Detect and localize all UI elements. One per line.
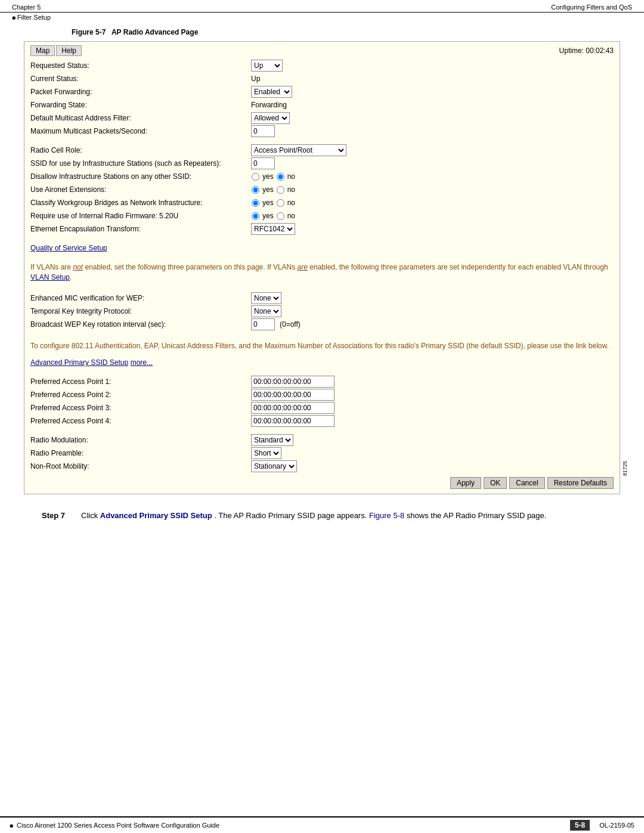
pref-ap4-row: Preferred Access Point 4:: [30, 415, 614, 427]
radio-modulation-label: Radio Modulation:: [30, 436, 251, 444]
requested-status-row: Requested Status: Up Down: [30, 60, 614, 72]
default-multicast-row: Default Multicast Address Filter: Allowe…: [30, 112, 614, 124]
use-aironet-no-label: no: [287, 185, 295, 194]
disallow-infra-yes-radio[interactable]: [252, 173, 259, 181]
restore-defaults-button[interactable]: Restore Defaults: [547, 477, 614, 489]
pref-ap2-label: Preferred Access Point 2:: [30, 391, 251, 399]
adv-primary-ssid-link[interactable]: Advanced Primary SSID Setup: [30, 358, 128, 367]
footer-right: 5-8 OL-2159-05: [570, 820, 634, 831]
qos-setup-link[interactable]: Quality of Service Setup: [30, 244, 107, 252]
radio-cell-role-row: Radio Cell Role: Access Point/Root Repea…: [30, 144, 614, 156]
step-label: Step 7: [42, 510, 72, 522]
pref-ap1-input[interactable]: [251, 376, 335, 388]
ethernet-encap-label: Ethernet Encapsulation Transform:: [30, 225, 251, 233]
requested-status-select[interactable]: Up Down: [251, 60, 283, 72]
use-aironet-no-radio[interactable]: [277, 186, 284, 194]
packet-forwarding-label: Packet Forwarding:: [30, 88, 251, 96]
pref-ap3-input[interactable]: [251, 402, 335, 414]
max-multicast-input[interactable]: [251, 125, 275, 137]
non-root-mobility-label: Non-Root Mobility:: [30, 462, 251, 470]
classify-bridges-yes-label: yes: [262, 199, 274, 207]
vlan-setup-link[interactable]: VLAN Setup: [30, 273, 70, 281]
figure-title: Figure 5-7 AP Radio Advanced Page: [72, 28, 620, 36]
chapter-number: Chapter 5: [12, 4, 41, 11]
pref-ap2-input[interactable]: [251, 389, 335, 401]
radio-preamble-select[interactable]: Short Long: [251, 447, 281, 459]
broadcast-wep-input[interactable]: [251, 318, 275, 330]
disallow-infra-radio-group: yes no: [251, 172, 295, 181]
radio-preamble-label: Radio Preamble:: [30, 449, 251, 457]
enhanced-mic-label: Enhanced MIC verification for WEP:: [30, 294, 251, 302]
non-root-mobility-select[interactable]: Stationary Mobile: [251, 460, 297, 472]
pref-ap3-label: Preferred Access Point 3:: [30, 404, 251, 412]
non-root-mobility-row: Non-Root Mobility: Stationary Mobile: [30, 460, 614, 472]
pref-ap2-row: Preferred Access Point 2:: [30, 389, 614, 401]
ethernet-encap-row: Ethernet Encapsulation Transform: RFC104…: [30, 223, 614, 235]
menu-bar-left: Map Help: [30, 45, 82, 56]
forwarding-state-label: Forwarding State:: [30, 101, 251, 109]
step-7-section: Step 7 Click Advanced Primary SSID Setup…: [24, 504, 620, 528]
broadcast-wep-row: Broadcast WEP Key rotation interval (sec…: [30, 318, 614, 330]
default-multicast-label: Default Multicast Address Filter:: [30, 114, 251, 122]
chapter-header: Chapter 5 Configuring Filters and QoS: [0, 0, 644, 13]
more-link[interactable]: more...: [131, 358, 153, 367]
map-button[interactable]: Map: [30, 45, 55, 56]
pref-ap3-row: Preferred Access Point 3:: [30, 402, 614, 414]
figure-ref-link[interactable]: Figure 5-8: [369, 511, 404, 520]
adv-primary-ssid-step-link[interactable]: Advanced Primary SSID Setup: [100, 511, 212, 520]
ap-radio-advanced-form: Map Help Uptime: 00:02:43 Requested Stat…: [24, 41, 620, 494]
require-firmware-no-radio[interactable]: [277, 212, 284, 220]
disallow-infra-label: Disallow Infrastructure Stations on any …: [30, 172, 251, 181]
step-text: Click Advanced Primary SSID Setup . The …: [81, 510, 602, 522]
page-footer: Cisco Aironet 1200 Series Access Point S…: [0, 816, 644, 833]
forwarding-state-value: Forwarding: [251, 101, 287, 109]
forwarding-state-row: Forwarding State: Forwarding: [30, 99, 614, 111]
temporal-key-row: Temporal Key Integrity Protocol: None TK…: [30, 305, 614, 317]
classify-bridges-radio-group: yes no: [251, 199, 295, 207]
ok-button[interactable]: OK: [484, 477, 507, 489]
require-firmware-yes-label: yes: [262, 212, 274, 220]
pref-ap4-label: Preferred Access Point 4:: [30, 417, 251, 425]
filter-setup-label: Filter Setup: [0, 13, 644, 22]
button-bar: Apply OK Cancel Restore Defaults: [30, 477, 614, 489]
qos-setup-row: Quality of Service Setup: [30, 242, 614, 254]
classify-bridges-no-radio[interactable]: [277, 199, 284, 207]
ssid-infra-input[interactable]: [251, 157, 275, 169]
packet-forwarding-select[interactable]: Enabled Disabled: [251, 86, 292, 98]
cancel-button[interactable]: Cancel: [509, 477, 544, 489]
max-multicast-row: Maximum Multicast Packets/Second:: [30, 125, 614, 137]
disallow-infra-row: Disallow Infrastructure Stations on any …: [30, 171, 614, 182]
chapter-title: Configuring Filters and QoS: [551, 4, 632, 11]
temporal-key-select[interactable]: None TKIP: [251, 305, 281, 317]
current-status-label: Current Status:: [30, 75, 251, 83]
pref-ap4-input[interactable]: [251, 415, 335, 427]
disallow-infra-no-label: no: [287, 172, 295, 181]
radio-cell-role-select[interactable]: Access Point/Root Repeater: [251, 144, 346, 156]
vlan-info-text: If VLANs are not enabled, set the follow…: [30, 262, 614, 283]
ssid-infra-label: SSID for use by Infrastructure Stations …: [30, 159, 251, 168]
help-button[interactable]: Help: [56, 45, 82, 56]
apply-button[interactable]: Apply: [450, 477, 481, 489]
radio-modulation-row: Radio Modulation: Standard CC: [30, 434, 614, 446]
disallow-infra-yes-label: yes: [262, 172, 274, 181]
current-status-value: Up: [251, 75, 260, 83]
pref-ap1-label: Preferred Access Point 1:: [30, 377, 251, 386]
broadcast-wep-label: Broadcast WEP Key rotation interval (sec…: [30, 320, 251, 329]
radio-cell-role-label: Radio Cell Role:: [30, 146, 251, 154]
main-content: Figure 5-7 AP Radio Advanced Page Map He…: [0, 22, 644, 534]
enhanced-mic-select[interactable]: None MIC: [251, 292, 281, 304]
radio-modulation-select[interactable]: Standard CC: [251, 434, 293, 446]
page-number: 5-8: [570, 820, 590, 831]
default-multicast-select[interactable]: Allowed Blocked: [251, 112, 290, 124]
radio-preamble-row: Radio Preamble: Short Long: [30, 447, 614, 459]
require-firmware-radio-group: yes no: [251, 212, 295, 220]
classify-bridges-no-label: no: [287, 199, 295, 207]
disallow-infra-no-radio[interactable]: [277, 173, 284, 181]
temporal-key-label: Temporal Key Integrity Protocol:: [30, 307, 251, 315]
require-firmware-yes-radio[interactable]: [252, 212, 259, 220]
use-aironet-yes-radio[interactable]: [252, 186, 259, 194]
classify-bridges-yes-radio[interactable]: [252, 199, 259, 207]
require-firmware-row: Require use of Internal Radio Firmware: …: [30, 210, 614, 222]
ethernet-encap-select[interactable]: RFC1042 802.1H: [251, 223, 295, 235]
use-aironet-row: Use Aironet Extensions: yes no: [30, 184, 614, 196]
